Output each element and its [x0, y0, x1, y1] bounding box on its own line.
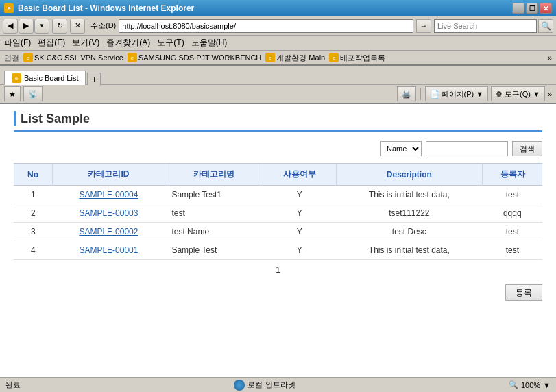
title-accent — [14, 111, 16, 126]
menu-file[interactable]: 파일(F) — [4, 37, 31, 49]
back-button[interactable]: ◀ — [3, 19, 18, 34]
cell-name: test — [165, 204, 263, 223]
title-bar: e Basic Board List - Windows Internet Ex… — [0, 0, 556, 16]
intranet-label: 로컬 인트라넷 — [247, 380, 295, 390]
favorites-label: 연결 — [4, 53, 19, 63]
table-row: 2 SAMPLE-00003 test Y tset111222 qqqq — [14, 204, 542, 223]
col-header-use-yn: 사용여부 — [263, 164, 336, 186]
fav-icon-4: e — [329, 53, 339, 62]
tools-chevron-icon: ▼ — [533, 90, 540, 98]
print-button[interactable]: 🖨️ — [397, 86, 416, 101]
register-button[interactable]: 등록 — [505, 284, 542, 301]
cell-id[interactable]: SAMPLE-00003 — [52, 204, 165, 223]
col-header-no: No — [14, 164, 52, 186]
status-center: 로컬 인트라넷 — [234, 380, 295, 391]
menu-tools[interactable]: 도구(T) — [157, 37, 184, 49]
search-field-select[interactable]: Name ID — [380, 141, 422, 156]
status-text: 완료 — [5, 380, 21, 390]
go-button[interactable]: → — [416, 19, 431, 33]
table-row: 3 SAMPLE-00002 test Name Y test Desc tes… — [14, 223, 542, 241]
menu-view[interactable]: 보기(V) — [72, 37, 99, 49]
forward-button[interactable]: ▶ — [19, 19, 34, 34]
col-header-desc: Description — [336, 164, 482, 186]
live-search-input[interactable] — [434, 19, 537, 33]
cell-id[interactable]: SAMPLE-00004 — [52, 186, 165, 204]
cell-desc: tset111222 — [336, 204, 482, 223]
restore-button[interactable]: ❐ — [526, 3, 538, 14]
favorites-bar: 연결 e SK C&C SSL VPN Service e SAMSUNG SD… — [0, 51, 556, 66]
register-row: 등록 — [14, 280, 542, 305]
cell-use-yn: Y — [263, 204, 336, 223]
cell-desc: This is initial test data, — [336, 241, 482, 260]
tools-icon: ⚙ — [496, 90, 503, 99]
tab-bar: e Basic Board List + — [0, 66, 556, 85]
refresh-button[interactable]: ↻ — [52, 19, 67, 34]
toolbar-separator — [420, 88, 421, 100]
menu-favorites[interactable]: 즐겨찾기(A) — [106, 37, 150, 49]
fav-icon-1: e — [23, 53, 33, 62]
minimize-button[interactable]: _ — [512, 3, 524, 14]
zoom-icon: 🔍 — [509, 380, 518, 389]
search-execute-button[interactable]: 검색 — [512, 141, 542, 156]
search-text-input[interactable] — [426, 141, 508, 156]
table-row: 1 SAMPLE-00004 Sample Test1 Y This is in… — [14, 186, 542, 204]
tab-label: Basic Board List — [24, 74, 78, 82]
feeds-button[interactable]: 📡 — [23, 86, 43, 101]
cell-use-yn: Y — [263, 241, 336, 260]
content-area: List Sample Name ID 검색 No 카테고리ID 카테고리명 사… — [0, 104, 556, 377]
toolbar-row: ★ 📡 🖨️ 📄 페이지(P) ▼ ⚙ 도구(Q) ▼ » — [0, 85, 556, 104]
col-header-reg: 등록자 — [483, 164, 542, 186]
tab-icon: e — [12, 73, 21, 83]
address-label: 주소(D) — [90, 21, 116, 31]
cell-no: 1 — [14, 186, 52, 204]
page-chevron-icon: ▼ — [476, 90, 483, 98]
fav-item-4[interactable]: e 배포작업목록 — [329, 53, 385, 63]
page-number[interactable]: 1 — [276, 265, 280, 275]
cell-use-yn: Y — [263, 223, 336, 241]
favorites-more[interactable]: » — [548, 53, 552, 62]
col-header-name: 카테고리명 — [165, 164, 263, 186]
zoom-chevron-icon: ▼ — [543, 381, 551, 389]
star-button[interactable]: ★ — [4, 86, 21, 101]
cell-id[interactable]: SAMPLE-00001 — [52, 241, 165, 260]
page-title-bar: List Sample — [14, 111, 542, 132]
cell-desc: This is initial test data, — [336, 186, 482, 204]
cell-name: test Name — [165, 223, 263, 241]
cell-reg: qqqq — [483, 204, 542, 223]
dropdown-button[interactable]: ▼ — [34, 19, 49, 34]
cell-no: 2 — [14, 204, 52, 223]
col-header-id: 카테고리ID — [52, 164, 165, 186]
app-icon: e — [4, 3, 14, 13]
table-row: 4 SAMPLE-00001 Sample Test Y This is ini… — [14, 241, 542, 260]
fav-icon-2: e — [128, 53, 137, 62]
status-right: 🔍 100% ▼ — [509, 380, 551, 389]
stop-button[interactable]: ✕ — [70, 19, 85, 34]
address-bar: ◀ ▶ ▼ ↻ ✕ 주소(D) → 🔍 — [0, 16, 556, 36]
fav-item-3[interactable]: e 개발환경 Main — [265, 53, 325, 63]
page-icon: 📄 — [430, 90, 439, 99]
cell-use-yn: Y — [263, 186, 336, 204]
cell-name: Sample Test1 — [165, 186, 263, 204]
tools-button[interactable]: ⚙ 도구(Q) ▼ — [491, 86, 545, 101]
pagination: 1 — [14, 260, 542, 280]
fav-item-2[interactable]: e SAMSUNG SDS PJT WORKBENCH — [128, 53, 262, 62]
search-row: Name ID 검색 — [14, 141, 542, 156]
new-tab-button[interactable]: + — [87, 73, 101, 85]
fav-item-1[interactable]: e SK C&C SSL VPN Service — [23, 53, 123, 62]
close-button[interactable]: ✕ — [540, 3, 552, 14]
cell-reg: test — [483, 186, 542, 204]
cell-reg: test — [483, 241, 542, 260]
fav-icon-3: e — [265, 53, 275, 62]
search-button[interactable]: 🔍 — [538, 19, 553, 33]
cell-no: 3 — [14, 223, 52, 241]
menu-edit[interactable]: 편집(E) — [38, 37, 65, 49]
toolbar-more[interactable]: » — [548, 90, 552, 98]
address-input[interactable] — [119, 19, 413, 33]
table-header-row: No 카테고리ID 카테고리명 사용여부 Description 등록자 — [14, 164, 542, 186]
page-button[interactable]: 📄 페이지(P) ▼ — [425, 86, 489, 101]
cell-id[interactable]: SAMPLE-00002 — [52, 223, 165, 241]
menu-help[interactable]: 도움말(H) — [191, 37, 228, 49]
data-table: No 카테고리ID 카테고리명 사용여부 Description 등록자 1 S… — [14, 163, 542, 260]
status-bar: 완료 로컬 인트라넷 🔍 100% ▼ — [0, 377, 556, 392]
tab-basic-board-list[interactable]: e Basic Board List — [4, 71, 86, 85]
